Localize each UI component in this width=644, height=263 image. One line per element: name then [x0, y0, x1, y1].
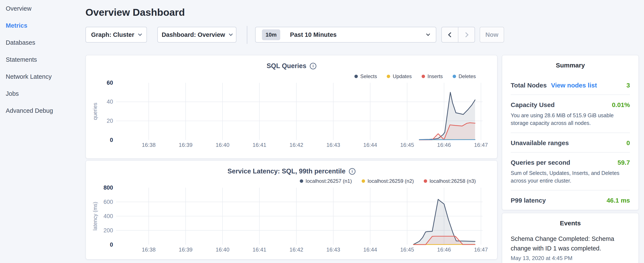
svg-text:16:41: 16:41	[252, 247, 266, 252]
svg-text:16:38: 16:38	[142, 142, 156, 148]
event-item: Schema Change Completed: Schema change w…	[511, 234, 630, 261]
chevron-down-icon	[426, 32, 430, 36]
summary-row-unavailable-ranges: Unavailable ranges0	[511, 133, 630, 153]
svg-text:20: 20	[107, 118, 113, 124]
svg-text:16:39: 16:39	[179, 142, 193, 148]
svg-text:latency (ms): latency (ms)	[92, 202, 98, 230]
summary-rows: Total NodesView nodes list3Capacity Used…	[511, 75, 630, 210]
svg-text:16:43: 16:43	[326, 247, 340, 252]
svg-text:16:47: 16:47	[474, 247, 488, 252]
service-latency-chart-card: Service Latency: SQL, 99th percentile i …	[86, 160, 498, 259]
chevron-down-icon	[229, 32, 232, 36]
service-latency-plot[interactable]: 16:3816:3916:4016:4116:4216:4316:4416:45…	[86, 161, 497, 259]
svg-text:400: 400	[104, 213, 113, 219]
summary-row-subtext: Sum of Selects, Updates, Inserts, and De…	[511, 169, 630, 185]
chevron-right-icon	[463, 32, 468, 37]
summary-row-label: Unavailable ranges	[511, 139, 569, 147]
svg-text:16:40: 16:40	[216, 142, 230, 148]
summary-panel: Summary Total NodesView nodes list3Capac…	[502, 55, 639, 210]
controls-divider	[247, 26, 247, 44]
svg-text:16:46: 16:46	[437, 142, 451, 148]
summary-row-subtext: You are using 28.6 MiB of 515.9 GiB usab…	[511, 112, 630, 127]
page-title: Overview Dashboard	[86, 7, 185, 18]
sidebar-nav: OverviewMetricsDatabasesStatementsNetwor…	[0, 0, 85, 119]
sql-queries-plot[interactable]: 16:3816:3916:4016:4116:4216:4316:4416:45…	[86, 55, 497, 158]
svg-text:16:40: 16:40	[216, 247, 230, 252]
summary-row-label: P99 latency	[511, 197, 546, 204]
summary-row-queries-per-second: Queries per second59.7Sum of Selects, Up…	[511, 153, 630, 191]
event-text: Schema Change Completed: Schema change w…	[511, 234, 624, 253]
sidebar-item-network-latency[interactable]: Network Latency	[0, 68, 85, 85]
svg-text:200: 200	[104, 227, 113, 234]
summary-row-label: Total Nodes	[511, 82, 546, 89]
summary-row-head: Queries per second59.7	[511, 159, 630, 166]
summary-row-total-nodes: Total NodesView nodes list3	[511, 75, 630, 95]
svg-text:16:45: 16:45	[400, 247, 414, 252]
svg-text:16:43: 16:43	[326, 142, 340, 148]
events-title: Events	[511, 213, 630, 227]
time-next-button[interactable]	[458, 27, 474, 42]
svg-text:16:46: 16:46	[437, 247, 451, 252]
svg-text:16:44: 16:44	[363, 247, 377, 252]
sidebar-item-jobs[interactable]: Jobs	[0, 85, 85, 102]
event-timestamp: May 13, 2020 at 4:45 PM	[511, 255, 630, 261]
summary-row-value: 3	[626, 82, 630, 89]
svg-text:0: 0	[110, 241, 113, 248]
svg-text:16:44: 16:44	[363, 142, 377, 148]
svg-text:16:41: 16:41	[252, 142, 266, 148]
summary-row-p99-latency: P99 latency46.1 ms	[511, 190, 630, 210]
sidebar-item-overview[interactable]: Overview	[0, 0, 85, 17]
svg-text:queries: queries	[92, 103, 98, 120]
svg-text:16:42: 16:42	[289, 247, 303, 252]
events-panel: Events Schema Change Completed: Schema c…	[502, 213, 639, 263]
summary-title: Summary	[511, 55, 630, 69]
sidebar-item-metrics[interactable]: Metrics	[0, 17, 85, 34]
dashboard-label: Dashboard: Overview	[162, 31, 225, 38]
time-range-badge: 10m	[262, 29, 280, 40]
dashboard-dropdown[interactable]: Dashboard: Overview	[157, 27, 236, 43]
summary-row-capacity-used: Capacity Used0.01%You are using 28.6 MiB…	[511, 95, 630, 133]
svg-text:16:45: 16:45	[400, 142, 414, 148]
time-range-dropdown[interactable]: 10m Past 10 Minutes	[255, 27, 436, 43]
chevron-down-icon	[138, 32, 142, 36]
time-step-buttons	[442, 27, 475, 43]
svg-text:16:38: 16:38	[142, 247, 156, 252]
now-button[interactable]: Now	[480, 27, 504, 43]
svg-text:0: 0	[110, 137, 113, 143]
time-range-label: Past 10 Minutes	[290, 31, 336, 38]
view-nodes-list-link[interactable]: View nodes list	[551, 82, 597, 89]
sql-queries-chart-card: SQL Queries i SelectsUpdatesInsertsDelet…	[86, 55, 498, 159]
svg-text:16:39: 16:39	[179, 247, 193, 252]
summary-row-head: Total NodesView nodes list3	[511, 82, 630, 89]
graph-scope-label: Graph: Cluster	[91, 31, 134, 38]
summary-row-value: 59.7	[618, 159, 630, 166]
summary-row-head: Unavailable ranges0	[511, 139, 630, 147]
summary-row-value: 0	[626, 139, 630, 147]
svg-text:16:42: 16:42	[289, 142, 303, 148]
svg-text:16:47: 16:47	[474, 142, 488, 148]
svg-text:40: 40	[107, 99, 113, 105]
summary-row-label: Queries per second	[511, 159, 570, 166]
graph-scope-dropdown[interactable]: Graph: Cluster	[86, 27, 147, 43]
svg-text:60: 60	[107, 80, 113, 86]
summary-row-head: Capacity Used0.01%	[511, 101, 630, 109]
events-list: Schema Change Completed: Schema change w…	[511, 234, 630, 261]
sidebar-item-databases[interactable]: Databases	[0, 34, 85, 51]
summary-row-label: Capacity Used	[511, 101, 555, 109]
time-prev-button[interactable]	[442, 27, 458, 42]
summary-row-value: 0.01%	[612, 101, 630, 109]
sidebar-item-advanced-debug[interactable]: Advanced Debug	[0, 102, 85, 119]
summary-row-head: P99 latency46.1 ms	[511, 197, 630, 204]
sidebar-item-statements[interactable]: Statements	[0, 51, 85, 68]
chevron-left-icon	[448, 32, 453, 37]
admin-ui-page: OverviewMetricsDatabasesStatementsNetwor…	[0, 0, 644, 263]
summary-row-value: 46.1 ms	[606, 197, 630, 204]
svg-text:600: 600	[104, 199, 113, 205]
svg-text:800: 800	[104, 184, 113, 191]
